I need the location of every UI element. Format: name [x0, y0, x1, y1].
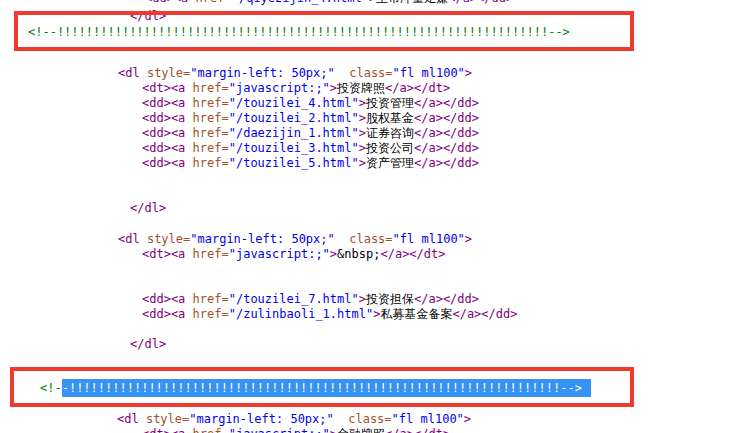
- code-token-comment: <!--!!!!!!!!!!!!!!!!!!!!!!!!!!!!!!!!!!!!…: [28, 25, 570, 39]
- code-line: <dt><a href="javascript:;">金融牌照</a></dt>: [142, 427, 450, 433]
- code-token-text: 投资公司: [366, 141, 414, 155]
- code-token-value: "fl ml100": [393, 232, 465, 246]
- code-token-tag: <dd><a: [142, 292, 193, 306]
- code-token-text: [335, 66, 349, 80]
- selected-text: -!!!!!!!!!!!!!!!!!!!!!!!!!!!!!!!!!!!!!!!…: [62, 379, 591, 397]
- code-token-tag: >: [359, 156, 366, 170]
- code-token-value: "/zulinbaoli_1.html": [229, 307, 374, 321]
- code-token-tag: </a></dt>: [385, 81, 450, 95]
- code-token-value: "/touzilei_4.html": [229, 96, 359, 110]
- code-token-value: "margin-left: 50px;": [190, 66, 335, 80]
- code-token-tag: <dd><a: [142, 96, 193, 110]
- code-line: <dd><a href="/zulinbaoli_1.html">私募基金备案<…: [142, 307, 517, 322]
- code-line: <dd><a href="/touzilei_5.html">资产管理</a><…: [142, 156, 479, 171]
- code-token-tag: <dt><a: [142, 247, 193, 261]
- code-token-text: 投资管理: [366, 96, 414, 110]
- code-token-attribute: href=: [193, 292, 229, 306]
- code-token-tag: >: [359, 111, 366, 125]
- code-token-tag: >: [359, 141, 366, 155]
- code-line: </dl>: [130, 9, 166, 24]
- code-token-attribute: style=: [147, 66, 190, 80]
- code-line: <dl style="margin-left: 50px;" class="fl…: [118, 232, 472, 247]
- code-line: </dl>: [130, 337, 166, 352]
- code-token-attribute: href=: [193, 141, 229, 155]
- code-token-tag: >: [359, 126, 366, 140]
- code-token-tag: </a></dd>: [414, 111, 479, 125]
- code-line: <dd><a href="/touzilei_3.html">投资公司</a><…: [142, 141, 479, 156]
- code-line: <dt><a href="javascript:;">&nbsp;</a></d…: [142, 247, 445, 262]
- code-token-value: "javascript:;": [229, 427, 330, 433]
- code-token-tag: </a></dt>: [385, 427, 450, 433]
- code-token-text: 上市冲量定嫌: [376, 0, 448, 5]
- code-token-attribute: href=: [193, 111, 229, 125]
- code-token-tag: >: [465, 66, 472, 80]
- code-token-text: 私募基金备案: [380, 307, 452, 321]
- code-token-tag: >: [359, 292, 366, 306]
- code-token-attribute: style=: [147, 232, 190, 246]
- code-line: <!--!!!!!!!!!!!!!!!!!!!!!!!!!!!!!!!!!!!!…: [28, 25, 570, 40]
- code-token-tag: <dd><a: [142, 126, 193, 140]
- code-token-tag: </dl>: [130, 201, 166, 215]
- code-token-tag: </a></dt>: [380, 247, 445, 261]
- code-token-text: [334, 412, 348, 426]
- code-token-tag: </a></dd>: [414, 141, 479, 155]
- code-token-tag: <dd><a: [142, 111, 193, 125]
- html-source-view[interactable]: <dd><a href="/qiyezijin_4.html">上市冲量定嫌</…: [0, 0, 748, 433]
- code-token-text: 投资担保: [366, 292, 414, 306]
- code-token-tag: </a></dd>: [452, 307, 517, 321]
- code-token-value: "/touzilei_3.html": [229, 141, 359, 155]
- code-token-tag: </a></dd>: [414, 126, 479, 140]
- code-token-tag: <dl: [117, 412, 146, 426]
- code-token-attribute: href=: [193, 427, 229, 433]
- code-token-tag: <dt><a: [142, 81, 193, 95]
- code-token-value: "margin-left: 50px;": [189, 412, 334, 426]
- code-token-attribute: href=: [193, 126, 229, 140]
- code-token-tag: </a></dd>: [414, 96, 479, 110]
- code-token-attribute: href=: [196, 0, 232, 5]
- code-token-text: 资产管理: [366, 156, 414, 170]
- code-token-tag: <dd><a: [142, 141, 193, 155]
- code-token-text: [335, 232, 349, 246]
- code-token-text: 证券咨询: [366, 126, 414, 140]
- code-token-text: 金融牌照: [337, 427, 385, 433]
- code-line: <!--!!!!!!!!!!!!!!!!!!!!!!!!!!!!!!!!!!!!…: [40, 381, 591, 396]
- code-token-tag: >: [330, 427, 337, 433]
- code-token-value: "margin-left: 50px;": [190, 232, 335, 246]
- code-token-value: "javascript:;": [229, 247, 330, 261]
- code-token-value: "/touzilei_7.html": [229, 292, 359, 306]
- code-token-attribute: class=: [348, 412, 391, 426]
- code-token-tag: <dd><a: [142, 307, 193, 321]
- code-token-tag: <dl: [118, 66, 147, 80]
- code-token-tag: </a></dd>: [414, 292, 479, 306]
- code-token-value: "/daezijin_1.html": [229, 126, 359, 140]
- code-token-value: "/touzilei_5.html": [229, 156, 359, 170]
- code-token-tag: <dl: [118, 232, 147, 246]
- code-token-attribute: href=: [193, 96, 229, 110]
- code-token-text: &nbsp;: [337, 247, 380, 261]
- code-token-tag: >: [330, 81, 337, 95]
- code-token-attribute: class=: [349, 232, 392, 246]
- code-line: <dd><a href="/touzilei_2.html">股权基金</a><…: [142, 111, 479, 126]
- code-token-value: "/qiyezijin_4.html": [232, 0, 369, 5]
- code-token-text: 投资牌照: [337, 81, 385, 95]
- code-token-attribute: href=: [193, 307, 229, 321]
- code-token-attribute: href=: [193, 156, 229, 170]
- code-token-tag: </a></dd>: [448, 0, 513, 5]
- code-token-tag: >: [465, 232, 472, 246]
- code-token-attribute: class=: [349, 66, 392, 80]
- code-line: <dd><a href="/touzilei_7.html">投资担保</a><…: [142, 292, 479, 307]
- code-token-tag: </a></dd>: [414, 156, 479, 170]
- code-token-tag: </dl>: [130, 337, 166, 351]
- code-token-tag: >: [359, 96, 366, 110]
- code-line: </dl>: [130, 201, 166, 216]
- code-line: <dd><a href="/daezijin_1.html">证券咨询</a><…: [142, 126, 479, 141]
- code-token-text: 股权基金: [366, 111, 414, 125]
- code-token-value: "/touzilei_2.html": [229, 111, 359, 125]
- code-line: <dd><a href="/touzilei_4.html">投资管理</a><…: [142, 96, 479, 111]
- code-token-tag: >: [330, 247, 337, 261]
- code-line: <dl style="margin-left: 50px;" class="fl…: [117, 412, 471, 427]
- code-token-value: "javascript:;": [229, 81, 330, 95]
- code-token-tag: >: [464, 412, 471, 426]
- code-token-tag: </dl>: [130, 9, 166, 23]
- code-token-attribute: href=: [193, 247, 229, 261]
